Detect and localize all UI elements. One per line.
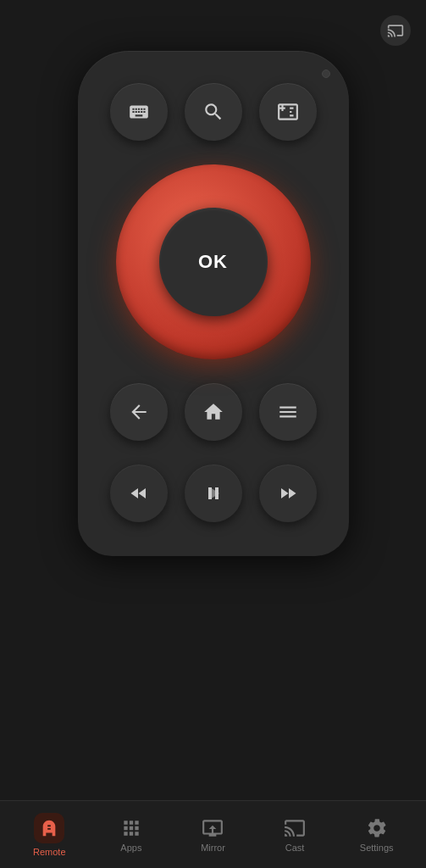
nav-label-mirror: Mirror bbox=[201, 843, 225, 853]
play-pause-icon bbox=[203, 483, 224, 504]
control-buttons-row bbox=[110, 383, 317, 441]
home-icon bbox=[202, 401, 224, 423]
rewind-icon bbox=[129, 483, 149, 504]
cast-icon bbox=[387, 22, 404, 39]
nav-item-cast[interactable]: Cast bbox=[261, 810, 329, 860]
remote-icon-bg bbox=[34, 813, 64, 843]
rewind-button[interactable] bbox=[110, 465, 168, 522]
nav-label-remote: Remote bbox=[33, 847, 66, 857]
home-button[interactable] bbox=[185, 383, 242, 441]
search-icon bbox=[202, 101, 224, 123]
back-button[interactable] bbox=[110, 383, 168, 441]
nav-item-remote[interactable]: Remote bbox=[15, 806, 83, 864]
fast-forward-icon bbox=[278, 483, 298, 504]
nav-label-cast: Cast bbox=[285, 843, 305, 853]
dpad-container: OK bbox=[116, 164, 311, 359]
nav-item-mirror[interactable]: Mirror bbox=[179, 810, 246, 860]
remote-indicator bbox=[322, 70, 330, 78]
remote-nav-icon bbox=[40, 819, 58, 837]
cast-icon-top[interactable] bbox=[380, 15, 411, 46]
nav-item-settings[interactable]: Settings bbox=[343, 810, 411, 860]
apps-nav-icon bbox=[120, 817, 142, 839]
dpad-ring[interactable]: OK bbox=[116, 164, 311, 359]
nav-label-settings: Settings bbox=[360, 843, 394, 853]
fit-screen-icon bbox=[277, 101, 299, 123]
ok-button[interactable]: OK bbox=[159, 208, 268, 316]
back-icon bbox=[128, 401, 150, 423]
keyboard-icon bbox=[128, 101, 150, 123]
search-button[interactable] bbox=[185, 83, 242, 141]
media-buttons-row bbox=[110, 465, 317, 522]
top-buttons-row bbox=[110, 83, 317, 141]
fit-screen-button[interactable] bbox=[259, 83, 317, 141]
mirror-nav-icon bbox=[202, 817, 224, 839]
settings-nav-icon bbox=[366, 817, 388, 839]
play-pause-button[interactable] bbox=[185, 465, 242, 522]
ok-label: OK bbox=[198, 251, 228, 273]
bottom-nav: Remote Apps Mirror Cast Settings bbox=[0, 800, 426, 868]
cast-nav-icon bbox=[284, 817, 306, 839]
menu-button[interactable] bbox=[259, 383, 317, 441]
nav-label-apps: Apps bbox=[120, 843, 141, 853]
fast-forward-button[interactable] bbox=[259, 465, 317, 522]
keyboard-button[interactable] bbox=[110, 83, 168, 141]
menu-icon bbox=[277, 401, 299, 423]
remote-body: OK bbox=[78, 51, 349, 556]
nav-item-apps[interactable]: Apps bbox=[97, 810, 165, 860]
